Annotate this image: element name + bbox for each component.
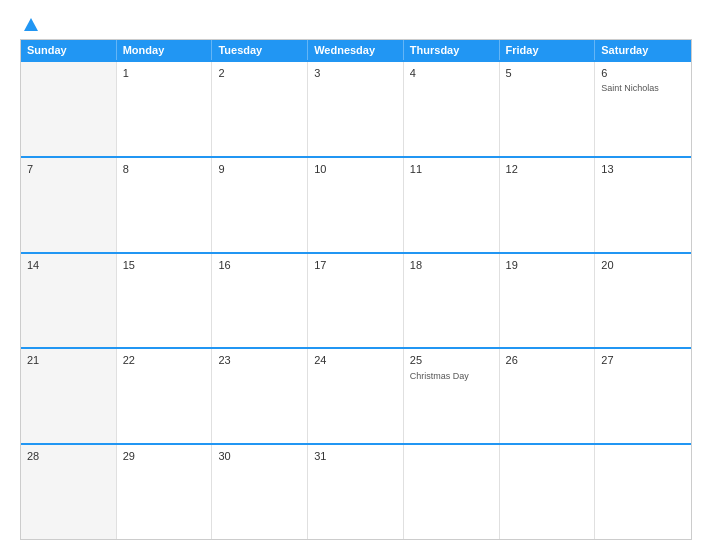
day-number: 24 xyxy=(314,353,397,368)
cal-cell xyxy=(595,445,691,539)
cal-cell: 5 xyxy=(500,62,596,156)
day-event: Saint Nicholas xyxy=(601,83,685,95)
cal-cell: 22 xyxy=(117,349,213,443)
cal-cell: 15 xyxy=(117,254,213,348)
cal-cell: 11 xyxy=(404,158,500,252)
cal-cell: 8 xyxy=(117,158,213,252)
day-number: 20 xyxy=(601,258,685,273)
cal-cell: 29 xyxy=(117,445,213,539)
day-number: 8 xyxy=(123,162,206,177)
calendar-header: SundayMondayTuesdayWednesdayThursdayFrid… xyxy=(21,40,691,60)
calendar-page: SundayMondayTuesdayWednesdayThursdayFrid… xyxy=(0,0,712,550)
day-number: 7 xyxy=(27,162,110,177)
col-header-sunday: Sunday xyxy=(21,40,117,60)
col-header-monday: Monday xyxy=(117,40,213,60)
cal-cell: 10 xyxy=(308,158,404,252)
col-header-thursday: Thursday xyxy=(404,40,500,60)
cal-cell: 12 xyxy=(500,158,596,252)
day-number: 15 xyxy=(123,258,206,273)
cal-cell: 14 xyxy=(21,254,117,348)
cal-cell: 24 xyxy=(308,349,404,443)
day-number: 17 xyxy=(314,258,397,273)
week-row-3: 14151617181920 xyxy=(21,252,691,348)
cal-cell: 21 xyxy=(21,349,117,443)
day-number: 28 xyxy=(27,449,110,464)
day-number: 6 xyxy=(601,66,685,81)
cal-cell: 4 xyxy=(404,62,500,156)
day-number: 5 xyxy=(506,66,589,81)
col-header-wednesday: Wednesday xyxy=(308,40,404,60)
col-header-tuesday: Tuesday xyxy=(212,40,308,60)
cal-cell: 20 xyxy=(595,254,691,348)
day-number: 12 xyxy=(506,162,589,177)
cal-cell: 26 xyxy=(500,349,596,443)
week-row-5: 28293031 xyxy=(21,443,691,539)
cal-cell: 23 xyxy=(212,349,308,443)
day-event: Christmas Day xyxy=(410,371,493,383)
col-header-friday: Friday xyxy=(500,40,596,60)
cal-cell: 17 xyxy=(308,254,404,348)
cal-cell: 27 xyxy=(595,349,691,443)
cal-cell: 1 xyxy=(117,62,213,156)
cal-cell: 2 xyxy=(212,62,308,156)
logo-triangle-icon xyxy=(24,18,38,31)
cal-cell: 19 xyxy=(500,254,596,348)
cal-cell: 31 xyxy=(308,445,404,539)
cal-cell: 7 xyxy=(21,158,117,252)
cal-cell: 6Saint Nicholas xyxy=(595,62,691,156)
day-number: 19 xyxy=(506,258,589,273)
week-row-2: 78910111213 xyxy=(21,156,691,252)
day-number: 21 xyxy=(27,353,110,368)
day-number: 25 xyxy=(410,353,493,368)
cal-cell: 25Christmas Day xyxy=(404,349,500,443)
logo xyxy=(20,18,38,31)
calendar-body: 123456Saint Nicholas78910111213141516171… xyxy=(21,60,691,539)
week-row-1: 123456Saint Nicholas xyxy=(21,60,691,156)
col-header-saturday: Saturday xyxy=(595,40,691,60)
cal-cell xyxy=(21,62,117,156)
day-number: 22 xyxy=(123,353,206,368)
cal-cell xyxy=(404,445,500,539)
logo-blue-row xyxy=(20,18,38,31)
cal-cell: 30 xyxy=(212,445,308,539)
cal-cell: 3 xyxy=(308,62,404,156)
day-number: 1 xyxy=(123,66,206,81)
calendar-grid: SundayMondayTuesdayWednesdayThursdayFrid… xyxy=(20,39,692,540)
week-row-4: 2122232425Christmas Day2627 xyxy=(21,347,691,443)
day-number: 27 xyxy=(601,353,685,368)
cal-cell: 9 xyxy=(212,158,308,252)
day-number: 10 xyxy=(314,162,397,177)
day-number: 3 xyxy=(314,66,397,81)
day-number: 11 xyxy=(410,162,493,177)
day-number: 14 xyxy=(27,258,110,273)
day-number: 13 xyxy=(601,162,685,177)
cal-cell: 13 xyxy=(595,158,691,252)
cal-cell: 28 xyxy=(21,445,117,539)
day-number: 23 xyxy=(218,353,301,368)
day-number: 4 xyxy=(410,66,493,81)
cal-cell xyxy=(500,445,596,539)
day-number: 18 xyxy=(410,258,493,273)
page-header xyxy=(20,18,692,31)
day-number: 2 xyxy=(218,66,301,81)
cal-cell: 16 xyxy=(212,254,308,348)
day-number: 9 xyxy=(218,162,301,177)
day-number: 31 xyxy=(314,449,397,464)
day-number: 26 xyxy=(506,353,589,368)
cal-cell: 18 xyxy=(404,254,500,348)
day-number: 16 xyxy=(218,258,301,273)
day-number: 29 xyxy=(123,449,206,464)
day-number: 30 xyxy=(218,449,301,464)
